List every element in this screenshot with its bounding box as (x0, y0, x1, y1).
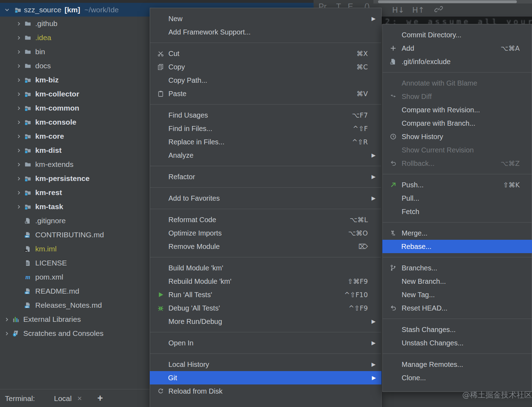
chevron-right-icon[interactable] (14, 162, 23, 167)
context-menu-item-find-in-files[interactable]: Find in Files...^⇧F (150, 122, 381, 135)
tree-item-km-core[interactable]: km-core (0, 129, 150, 143)
tree-item-km-biz[interactable]: km-biz (0, 73, 150, 87)
menu-item-label: Build Module 'km' (168, 264, 368, 272)
git-menu-item-stash-changes[interactable]: Stash Changes... (383, 323, 532, 336)
context-menu-item-build-module-km[interactable]: Build Module 'km' (150, 261, 381, 275)
scissors-icon (155, 50, 166, 57)
tree-item-github[interactable]: .github (0, 17, 150, 31)
git-menu-item-new-tag[interactable]: New Tag... (383, 288, 532, 301)
context-menu-item-debug-all-tests[interactable]: Debug 'All Tests'^⇧F9 (150, 301, 381, 315)
git-menu-item-git-info-exclude[interactable]: .git/info/exclude (383, 55, 532, 68)
tree-item-km-persistence[interactable]: km-persistence (0, 171, 150, 186)
tree-item-km-iml[interactable]: km.iml (0, 242, 150, 256)
tree-item-km-dist[interactable]: km-dist (0, 143, 150, 157)
chevron-right-icon[interactable] (2, 331, 11, 336)
context-menu-item-replace-in-files[interactable]: Replace in Files...^⇧R (150, 135, 381, 149)
tree-item-contributing-md[interactable]: MDCONTRIBUTING.md (0, 228, 150, 242)
chevron-right-icon[interactable] (14, 78, 23, 82)
tree-item-km-common[interactable]: km-common (0, 101, 150, 115)
chevron-right-icon[interactable] (14, 50, 23, 54)
context-menu-item-local-history[interactable]: Local History▶ (150, 358, 381, 371)
chevron-right-icon[interactable] (14, 134, 23, 139)
context-menu-item-add-framework-support[interactable]: Add Framework Support... (150, 25, 381, 39)
git-menu-item-rebase[interactable]: Rebase... (382, 240, 532, 253)
git-menu-item-unstash-changes[interactable]: Unstash Changes... (383, 336, 532, 350)
context-menu-item-reformat-code[interactable]: Reformat Code⌥⌘L (150, 213, 381, 226)
menu-item-label: Copy (168, 63, 349, 71)
context-menu-item-open-in[interactable]: Open In▶ (150, 336, 381, 350)
context-menu-item-copy[interactable]: Copy⌘C (150, 60, 381, 74)
chevron-right-icon[interactable] (14, 205, 23, 209)
tree-item-readme-md[interactable]: MDREADME.md (0, 284, 150, 298)
context-menu-item-add-to-favorites[interactable]: Add to Favorites▶ (150, 192, 381, 205)
terminal-label: Terminal: (5, 394, 35, 403)
git-menu-item-add[interactable]: Add⌥⌘A (383, 42, 532, 55)
chevron-right-icon[interactable] (14, 176, 23, 181)
tree-item-km-rest[interactable]: km-rest (0, 186, 150, 200)
tree-item-releases-notes-md[interactable]: MDReleases_Notes.md (0, 298, 150, 312)
tree-item-pom-xml[interactable]: mpom.xml (0, 270, 150, 284)
tree-item-scratches-and-consoles[interactable]: Scratches and Consoles (0, 326, 150, 340)
chevron-right-icon[interactable] (14, 120, 23, 125)
close-icon[interactable]: × (77, 394, 82, 403)
git-menu-item-show-history[interactable]: Show History (383, 130, 532, 143)
chevron-right-icon[interactable] (14, 64, 23, 68)
menu-item-label: Branches... (402, 264, 520, 272)
tree-item-km-extends[interactable]: km-extends (0, 157, 150, 171)
git-menu-item-compare-with-revision[interactable]: Compare with Revision... (383, 103, 532, 117)
tree-item-km-console[interactable]: km-console (0, 115, 150, 129)
tree-item-idea[interactable]: .idea (0, 31, 150, 45)
tree-item-license[interactable]: LICENSE (0, 256, 150, 270)
chevron-right-icon[interactable] (14, 190, 23, 195)
chevron-right-icon[interactable] (14, 36, 23, 40)
jump-to-bottom-icon[interactable]: H↓ (392, 6, 404, 14)
horizontal-scrollbar-thumb[interactable] (378, 0, 517, 3)
project-path: ~/work/Ide (85, 6, 119, 14)
tree-item-km-task[interactable]: km-task (0, 200, 150, 214)
context-menu-item-more-run-debug[interactable]: More Run/Debug▶ (150, 315, 381, 328)
context-menu-item-paste[interactable]: Paste⌘V (150, 87, 381, 100)
add-tab-button[interactable]: + (97, 393, 103, 404)
chevron-right-icon[interactable] (2, 317, 11, 322)
git-menu-item-reset-head[interactable]: Reset HEAD... (383, 301, 532, 315)
chevron-right-icon[interactable] (14, 21, 23, 26)
context-menu-item-reload-from-disk[interactable]: Reload from Disk (150, 384, 381, 398)
git-menu-item-clone[interactable]: Clone... (383, 371, 532, 384)
git-menu-item-commit-directory[interactable]: Commit Directory... (383, 28, 532, 42)
context-menu-item-analyze[interactable]: Analyze▶ (150, 149, 381, 162)
chevron-right-icon[interactable] (14, 106, 23, 111)
git-menu-item-manage-remotes[interactable]: Manage Remotes... (383, 358, 532, 371)
git-menu-item-fetch[interactable]: Fetch (383, 205, 532, 218)
submenu-arrow-icon: ▶ (371, 195, 376, 201)
tree-item-label: .gitignore (35, 217, 66, 225)
chevron-down-icon[interactable] (2, 7, 12, 12)
context-menu-item-git[interactable]: Git▶ (150, 371, 382, 384)
context-menu-item-find-usages[interactable]: Find Usages⌥F7 (150, 108, 381, 122)
tree-item-km-collector[interactable]: km-collector (0, 87, 150, 101)
terminal-tab-local[interactable]: Local (54, 394, 72, 403)
context-menu-item-copy-path[interactable]: Copy Path... (150, 74, 381, 87)
git-menu-item-new-branch[interactable]: New Branch... (383, 275, 532, 288)
git-menu-item-compare-with-branch[interactable]: Compare with Branch... (383, 117, 532, 130)
context-menu-item-cut[interactable]: Cut⌘X (150, 47, 381, 60)
link-icon[interactable] (434, 5, 443, 15)
tree-item-gitignore[interactable]: .gitignore (0, 214, 150, 228)
jump-to-top-icon[interactable]: H↑ (412, 6, 425, 14)
git-menu-item-pull[interactable]: Pull... (383, 192, 532, 205)
tree-item-docs[interactable]: docs (0, 59, 150, 73)
git-menu-item-push[interactable]: Push...⇧⌘K (383, 178, 532, 192)
tree-item-bin[interactable]: bin (0, 45, 150, 59)
context-menu-item-refactor[interactable]: Refactor▶ (150, 170, 381, 183)
context-menu-item-run-all-tests[interactable]: Run 'All Tests'^⇧F10 (150, 288, 381, 301)
menu-item-label: Show Diff (402, 93, 520, 101)
context-menu-item-remove-module[interactable]: Remove Module⌦ (150, 240, 381, 253)
tree-item-external-libraries[interactable]: External Libraries (0, 312, 150, 326)
context-menu-item-new[interactable]: New▶ (150, 12, 381, 25)
git-menu-item-merge[interactable]: Merge... (383, 226, 532, 240)
chevron-right-icon[interactable] (14, 148, 23, 153)
menu-item-shortcut: ^⇧R (352, 138, 368, 146)
chevron-right-icon[interactable] (14, 92, 23, 96)
context-menu-item-rebuild-module-km[interactable]: Rebuild Module 'km'⇧⌘F9 (150, 275, 381, 288)
git-menu-item-branches[interactable]: Branches... (383, 261, 532, 275)
context-menu-item-optimize-imports[interactable]: Optimize Imports⌥⌘O (150, 226, 381, 240)
